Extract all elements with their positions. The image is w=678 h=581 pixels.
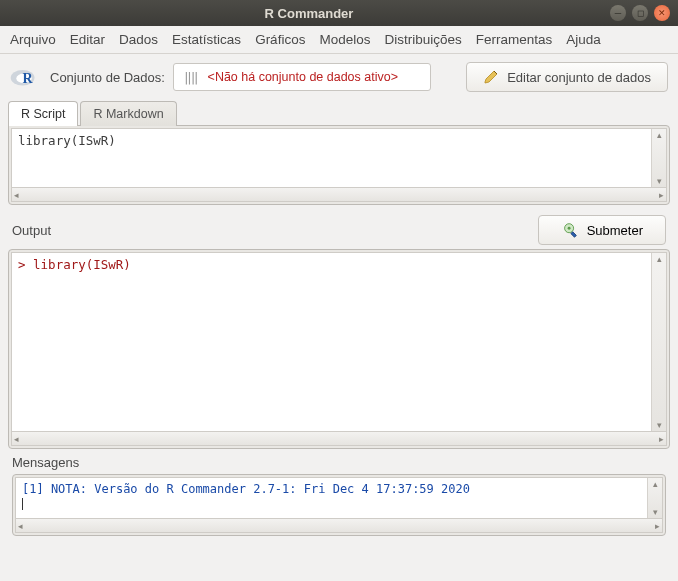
tab-r-script[interactable]: R Script <box>8 101 78 126</box>
scroll-right-icon[interactable]: ▸ <box>659 434 664 444</box>
window-controls: ─ ◻ ✕ <box>610 5 670 21</box>
maximize-button[interactable]: ◻ <box>632 5 648 21</box>
output-textarea[interactable]: > library(ISwR) <box>12 253 651 431</box>
menu-arquivo[interactable]: Arquivo <box>10 32 56 47</box>
tab-r-script-label: R Script <box>21 107 65 121</box>
messages-content: [1] NOTA: Versão do R Commander 2.7-1: F… <box>22 482 470 496</box>
scroll-left-icon[interactable]: ◂ <box>14 434 19 444</box>
scroll-down-icon[interactable]: ▾ <box>653 506 658 518</box>
messages-horizontal-scrollbar[interactable]: ◂ ▸ <box>15 519 663 533</box>
scroll-down-icon[interactable]: ▾ <box>657 175 662 187</box>
svg-point-4 <box>567 227 570 230</box>
tab-r-markdown[interactable]: R Markdown <box>80 101 176 126</box>
svg-text:R: R <box>23 71 34 86</box>
scroll-right-icon[interactable]: ▸ <box>655 521 660 531</box>
scroll-left-icon[interactable]: ◂ <box>18 521 23 531</box>
edit-dataset-button[interactable]: Editar conjunto de dados <box>466 62 668 92</box>
menu-distribuicoes[interactable]: Distribuições <box>384 32 461 47</box>
menu-dados[interactable]: Dados <box>119 32 158 47</box>
dataset-label: Conjunto de Dados: <box>50 70 165 85</box>
dataset-column-icon: ‖‖ <box>184 70 198 85</box>
menu-modelos[interactable]: Modelos <box>319 32 370 47</box>
scroll-up-icon[interactable]: ▴ <box>657 253 662 265</box>
tab-r-markdown-label: R Markdown <box>93 107 163 121</box>
script-panel: library(ISwR) ▴ ▾ ◂ ▸ <box>8 125 670 205</box>
window-title: R Commander <box>8 6 610 21</box>
toolbar: R Conjunto de Dados: ‖‖ <Não há conjunto… <box>0 54 678 100</box>
script-textarea[interactable]: library(ISwR) <box>12 129 651 187</box>
script-vertical-scrollbar[interactable]: ▴ ▾ <box>651 129 666 187</box>
menu-graficos[interactable]: Gráficos <box>255 32 305 47</box>
script-horizontal-scrollbar[interactable]: ◂ ▸ <box>11 188 667 202</box>
output-horizontal-scrollbar[interactable]: ◂ ▸ <box>11 432 667 446</box>
pencil-icon <box>483 69 499 85</box>
close-button[interactable]: ✕ <box>654 5 670 21</box>
messages-textarea[interactable]: [1] NOTA: Versão do R Commander 2.7-1: F… <box>16 478 647 518</box>
messages-label: Mensagens <box>12 455 666 470</box>
scroll-up-icon[interactable]: ▴ <box>657 129 662 141</box>
menu-ferramentas[interactable]: Ferramentas <box>476 32 553 47</box>
script-tabs: R Script R Markdown <box>8 101 670 126</box>
dataset-selector[interactable]: ‖‖ <Não há conjunto de dados ativo> <box>173 63 431 91</box>
menu-ajuda[interactable]: Ajuda <box>566 32 601 47</box>
menu-bar: Arquivo Editar Dados Estatísticas Gráfic… <box>0 26 678 54</box>
scroll-down-icon[interactable]: ▾ <box>657 419 662 431</box>
dataset-status-text: <Não há conjunto de dados ativo> <box>208 70 398 84</box>
text-cursor <box>22 498 23 510</box>
submit-gear-icon <box>561 221 579 239</box>
scroll-right-icon[interactable]: ▸ <box>659 190 664 200</box>
edit-dataset-label: Editar conjunto de dados <box>507 70 651 85</box>
window-titlebar: R Commander ─ ◻ ✕ <box>0 0 678 26</box>
scroll-left-icon[interactable]: ◂ <box>14 190 19 200</box>
minimize-button[interactable]: ─ <box>610 5 626 21</box>
r-logo-icon: R <box>10 65 38 89</box>
messages-vertical-scrollbar[interactable]: ▴ ▾ <box>647 478 662 518</box>
menu-editar[interactable]: Editar <box>70 32 105 47</box>
messages-section: Mensagens [1] NOTA: Versão do R Commande… <box>0 449 678 538</box>
output-panel: > library(ISwR) ▴ ▾ ◂ ▸ <box>8 249 670 449</box>
menu-estatisticas[interactable]: Estatísticas <box>172 32 241 47</box>
output-vertical-scrollbar[interactable]: ▴ ▾ <box>651 253 666 431</box>
output-label: Output <box>12 223 51 238</box>
output-header: Output Submeter <box>0 205 678 249</box>
submit-button-label: Submeter <box>587 223 643 238</box>
submit-button[interactable]: Submeter <box>538 215 666 245</box>
scroll-up-icon[interactable]: ▴ <box>653 478 658 490</box>
